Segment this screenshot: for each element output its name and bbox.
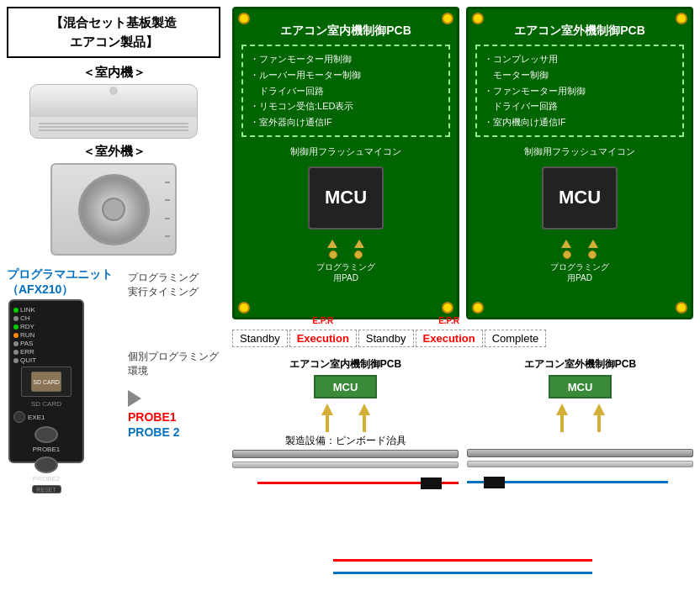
indoor-pad-1 [329,251,337,259]
outdoor-bottom-arrows [467,404,693,432]
indoor-pads [241,251,450,259]
outdoor-feature-5: ・室内機向け通信IF [484,114,676,130]
pin-board-bar-indoor [232,450,459,458]
pcb-corner-br2 [676,302,687,314]
probe1-label: PROBE1 [128,410,219,424]
timing-row: Standby E.P.R Execution Standby E.P.R Ex… [232,330,693,347]
indoor-pad-2 [354,251,363,259]
red-connector-block [421,477,442,489]
epr2-execution-box: Execution [416,330,483,347]
bottom-pcb-section: エアコン室内機制御PCB MCU 製造設備：ピンボード治具 [225,354,700,495]
outdoor-mcu-block: MCU [542,166,618,230]
outdoor-features-box: ・コンプレッサ用 モーター制御 ・ファンモーター用制御 ドライバー回路 ・室内機… [475,45,684,136]
indoor-pcb-subtitle: 制御用フラッシュマイコン [241,145,450,158]
pcb-corner-tl [238,13,250,24]
epr1-execution-box: Execution [289,330,357,347]
pcb-top-section: エアコン室内機制御PCB ・ファンモーター用制御 ・ルーバー用モーター制御 ドラ… [225,0,700,326]
complete-box: Complete [485,330,547,347]
lower-bar-outdoor [467,461,693,467]
probe2-label: PROBE 2 [128,425,219,439]
main-title: 【混合セット基板製造 エアコン製品】 [7,7,220,58]
timing-section: Standby E.P.R Execution Standby E.P.R Ex… [225,326,700,351]
epr1-label: E.P.R [312,316,333,325]
bottom-outdoor-title: エアコン室外機制御PCB [467,357,693,372]
indoor-feature-4: ・リモコン受信:LED表示 [250,98,442,114]
execution2-label: Execution [423,332,475,345]
outdoor-feature-1: ・コンプレッサ用 [484,51,676,67]
blue-connector-block [484,477,505,488]
lower-bar-indoor [232,462,459,468]
pcb-corner-bl [238,302,250,314]
outdoor-arrows [475,240,684,248]
epr2-container: E.P.R Execution [416,330,483,347]
indoor-feature-1: ・ファンモーター用制御 [250,51,442,67]
epr1-container: E.P.R Execution [289,330,357,347]
outdoor-feature-2: モーター制御 [484,67,676,83]
pcb-corner-tr2 [676,13,687,24]
arrow-area [128,390,219,407]
indoor-feature-5: ・室外器向け通信IF [250,114,442,130]
pcb-corner-br [442,302,453,314]
indoor-feature-2: ・ルーバー用モーター制御 [250,67,442,83]
outdoor-unit-image [50,163,177,256]
spacer [467,434,693,449]
outdoor-pcb-subtitle: 制御用フラッシュマイコン [475,145,684,158]
pcb-corner-bl2 [472,302,484,314]
standby1-box: Standby [232,330,288,347]
outdoor-label: ＜室外機＞ [0,144,227,160]
indoor-unit-image [29,84,198,139]
pin-board-bar-outdoor [467,449,693,457]
bottom-outdoor-pcb: エアコン室外機制御PCB MCU [467,357,693,492]
programmer-section: プログラマユニット （AFX210） LINK CH [0,262,227,463]
pcb-corner-tl2 [472,13,484,24]
outdoor-pad-2 [588,251,597,259]
programming-timing-label: プログラミング 実行タイミング [128,271,219,299]
outdoor-mcu-label: MCU [559,187,601,208]
left-panel: 【混合セット基板製造 エアコン製品】 ＜室内機＞ ＜室外機＞ [0,0,227,612]
bottom-indoor-pcb: エアコン室内機制御PCB MCU 製造設備：ピンボード治具 [232,357,459,492]
blue-horizontal-wire [333,572,592,574]
indoor-pcb-board: エアコン室内機制御PCB ・ファンモーター用制御 ・ルーバー用モーター制御 ドラ… [232,7,459,319]
indoor-features-box: ・ファンモーター用制御 ・ルーバー用モーター制御 ドライバー回路 ・リモコン受信… [241,45,450,136]
programmer-title: プログラマユニット （AFX210） [7,267,113,298]
right-panel: エアコン室内機制御PCB ・ファンモーター用制御 ・ルーバー用モーター制御 ドラ… [225,0,700,612]
outdoor-pcb-title: エアコン室外機制御PCB [475,23,684,38]
indoor-bottom-arrows [232,404,459,432]
probe-wire-indoor [232,475,459,492]
probe-labels: PROBE1 PROBE 2 [128,410,219,439]
indoor-pcb-title: エアコン室内機制御PCB [241,23,450,38]
manufacturing-label: 製造設備：ピンボード治具 [232,434,459,448]
outdoor-pad-1 [563,251,571,259]
probe-wire-outdoor [467,474,693,491]
indoor-feature-3: ドライバー回路 [250,83,442,99]
programmer-device: LINK CH RDY RUN [8,299,84,463]
indoor-arrows [241,240,450,248]
pcb-corner-tr [442,13,453,24]
outdoor-feature-4: ドライバー回路 [484,98,676,114]
bottom-indoor-mcu: MCU [314,375,377,398]
red-horizontal-wire [333,559,592,562]
standby2-box: Standby [358,330,414,347]
outdoor-pad-label: プログラミング 用PAD [475,261,684,283]
outdoor-pads [475,251,684,259]
individual-prog-label: 個別プログラミング 環境 [128,350,219,378]
indoor-label: ＜室内機＞ [0,65,227,81]
outdoor-pcb-board: エアコン室外機制御PCB ・コンプレッサ用 モーター制御 ・ファンモーター用制御… [466,7,693,319]
indoor-mcu-label: MCU [325,187,367,208]
bottom-outdoor-mcu: MCU [549,375,612,398]
indoor-mcu-block: MCU [308,166,384,230]
execution1-label: Execution [297,332,349,345]
outdoor-feature-3: ・ファンモーター用制御 [484,83,676,99]
indoor-pad-label: プログラミング 用PAD [241,261,450,283]
epr2-label: E.P.R [438,316,459,325]
bottom-indoor-title: エアコン室内機制御PCB [232,357,459,372]
programmer-side-labels: プログラミング 実行タイミング 個別プログラミング 環境 PROBE1 PROB… [128,262,219,439]
